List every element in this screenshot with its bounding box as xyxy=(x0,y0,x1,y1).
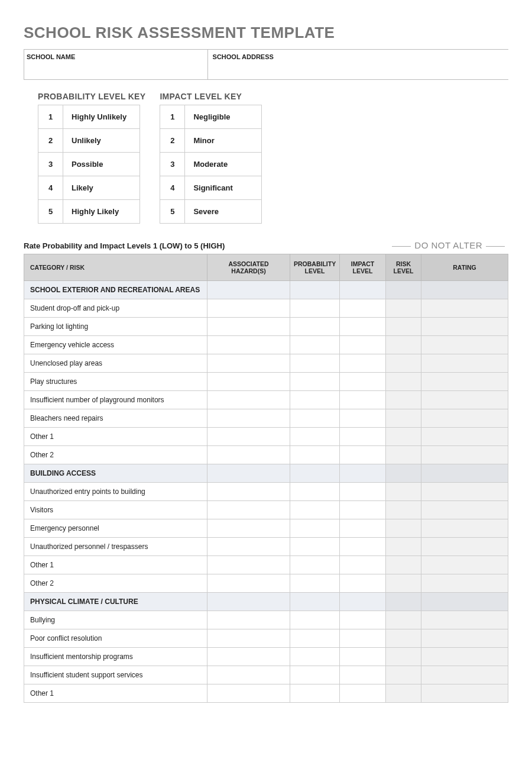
hazard-cell[interactable] xyxy=(207,501,290,519)
rating-cell[interactable] xyxy=(421,574,508,593)
rating-cell[interactable] xyxy=(421,428,508,446)
probability-cell[interactable] xyxy=(290,354,340,373)
impact-cell[interactable] xyxy=(339,483,385,501)
rating-cell[interactable] xyxy=(421,391,508,409)
hazard-cell[interactable] xyxy=(207,648,290,666)
probability-cell[interactable] xyxy=(290,666,340,684)
risk-cell[interactable] xyxy=(385,391,421,409)
probability-cell[interactable] xyxy=(290,391,340,409)
hazard-cell[interactable] xyxy=(207,629,290,648)
probability-cell[interactable] xyxy=(290,538,340,556)
hazard-cell[interactable] xyxy=(207,483,290,501)
risk-cell[interactable] xyxy=(385,556,421,574)
risk-cell[interactable] xyxy=(385,519,421,538)
impact-cell[interactable] xyxy=(339,538,385,556)
risk-cell[interactable] xyxy=(385,629,421,648)
impact-cell[interactable] xyxy=(339,373,385,391)
impact-cell[interactable] xyxy=(339,629,385,648)
rating-cell[interactable] xyxy=(421,684,508,703)
school-name-cell[interactable]: SCHOOL NAME xyxy=(24,50,208,79)
rating-cell[interactable] xyxy=(421,318,508,336)
rating-cell[interactable] xyxy=(421,409,508,428)
hazard-cell[interactable] xyxy=(207,556,290,574)
probability-cell[interactable] xyxy=(290,318,340,336)
rating-cell[interactable] xyxy=(421,538,508,556)
hazard-cell[interactable] xyxy=(207,391,290,409)
risk-cell[interactable] xyxy=(385,684,421,703)
impact-cell[interactable] xyxy=(339,519,385,538)
hazard-cell[interactable] xyxy=(207,373,290,391)
hazard-cell[interactable] xyxy=(207,666,290,684)
probability-cell[interactable] xyxy=(290,519,340,538)
impact-cell[interactable] xyxy=(339,556,385,574)
rating-cell[interactable] xyxy=(421,611,508,629)
impact-cell[interactable] xyxy=(339,684,385,703)
hazard-cell[interactable] xyxy=(207,538,290,556)
impact-cell[interactable] xyxy=(339,299,385,318)
hazard-cell[interactable] xyxy=(207,409,290,428)
probability-cell[interactable] xyxy=(290,483,340,501)
risk-cell[interactable] xyxy=(385,501,421,519)
rating-cell[interactable] xyxy=(421,629,508,648)
risk-cell[interactable] xyxy=(385,336,421,354)
rating-cell[interactable] xyxy=(421,354,508,373)
risk-cell[interactable] xyxy=(385,373,421,391)
hazard-cell[interactable] xyxy=(207,446,290,464)
impact-cell[interactable] xyxy=(339,574,385,593)
impact-cell[interactable] xyxy=(339,318,385,336)
risk-cell[interactable] xyxy=(385,611,421,629)
risk-cell[interactable] xyxy=(385,446,421,464)
hazard-cell[interactable] xyxy=(207,428,290,446)
probability-cell[interactable] xyxy=(290,648,340,666)
hazard-cell[interactable] xyxy=(207,574,290,593)
risk-cell[interactable] xyxy=(385,428,421,446)
risk-cell[interactable] xyxy=(385,299,421,318)
rating-cell[interactable] xyxy=(421,373,508,391)
risk-cell[interactable] xyxy=(385,318,421,336)
probability-cell[interactable] xyxy=(290,373,340,391)
rating-cell[interactable] xyxy=(421,519,508,538)
impact-cell[interactable] xyxy=(339,648,385,666)
probability-cell[interactable] xyxy=(290,611,340,629)
impact-cell[interactable] xyxy=(339,611,385,629)
probability-cell[interactable] xyxy=(290,556,340,574)
rating-cell[interactable] xyxy=(421,501,508,519)
hazard-cell[interactable] xyxy=(207,684,290,703)
rating-cell[interactable] xyxy=(421,666,508,684)
risk-cell[interactable] xyxy=(385,483,421,501)
impact-cell[interactable] xyxy=(339,336,385,354)
probability-cell[interactable] xyxy=(290,629,340,648)
hazard-cell[interactable] xyxy=(207,299,290,318)
impact-cell[interactable] xyxy=(339,446,385,464)
probability-cell[interactable] xyxy=(290,501,340,519)
rating-cell[interactable] xyxy=(421,648,508,666)
impact-cell[interactable] xyxy=(339,501,385,519)
risk-cell[interactable] xyxy=(385,538,421,556)
risk-cell[interactable] xyxy=(385,354,421,373)
hazard-cell[interactable] xyxy=(207,519,290,538)
impact-cell[interactable] xyxy=(339,409,385,428)
school-address-cell[interactable]: SCHOOL ADDRESS xyxy=(208,50,508,79)
probability-cell[interactable] xyxy=(290,336,340,354)
risk-cell[interactable] xyxy=(385,648,421,666)
probability-cell[interactable] xyxy=(290,428,340,446)
hazard-cell[interactable] xyxy=(207,611,290,629)
probability-cell[interactable] xyxy=(290,684,340,703)
hazard-cell[interactable] xyxy=(207,318,290,336)
rating-cell[interactable] xyxy=(421,556,508,574)
risk-cell[interactable] xyxy=(385,409,421,428)
impact-cell[interactable] xyxy=(339,428,385,446)
impact-cell[interactable] xyxy=(339,666,385,684)
rating-cell[interactable] xyxy=(421,299,508,318)
hazard-cell[interactable] xyxy=(207,354,290,373)
probability-cell[interactable] xyxy=(290,446,340,464)
impact-cell[interactable] xyxy=(339,391,385,409)
probability-cell[interactable] xyxy=(290,574,340,593)
risk-cell[interactable] xyxy=(385,666,421,684)
rating-cell[interactable] xyxy=(421,446,508,464)
probability-cell[interactable] xyxy=(290,409,340,428)
impact-cell[interactable] xyxy=(339,354,385,373)
rating-cell[interactable] xyxy=(421,336,508,354)
risk-cell[interactable] xyxy=(385,574,421,593)
probability-cell[interactable] xyxy=(290,299,340,318)
